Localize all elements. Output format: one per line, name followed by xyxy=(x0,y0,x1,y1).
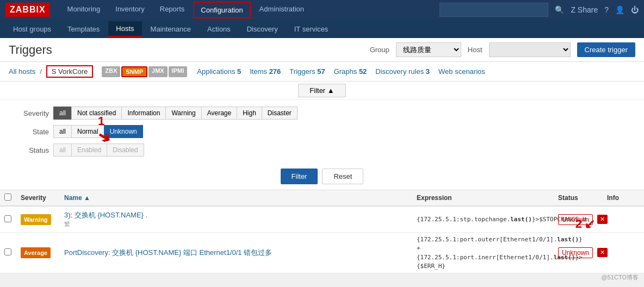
filter-toggle: Filter ▲ xyxy=(0,82,644,100)
badge-jmx[interactable]: JMX xyxy=(148,66,168,77)
filter-section: Filter ▲ Severity all Not classified Inf… xyxy=(0,82,644,190)
top-nav-right: 🔍 Z Share ? 👤 ⏻ xyxy=(439,3,639,17)
severity-warning-btn[interactable]: Warning xyxy=(165,107,201,120)
filter-apply-button[interactable]: Filter xyxy=(281,169,318,184)
status-badge-2: Unknown xyxy=(558,247,593,258)
row1-check[interactable] xyxy=(4,215,11,222)
tab-discovery-rules[interactable]: Discovery rules 3 xyxy=(375,67,430,76)
tab-applications[interactable]: Applications 5 xyxy=(197,67,241,76)
severity-average-btn[interactable]: Average xyxy=(201,107,237,120)
nav-inventory[interactable]: Inventory xyxy=(109,2,151,18)
subnav-maintenance[interactable]: Maintenance xyxy=(143,22,199,36)
filter-body: Severity all Not classified Information … xyxy=(0,100,644,163)
row2-expression: {172.25.5.1:port.outerr[Ethernet1/0/1].l… xyxy=(417,235,558,271)
status-button-group: all Enabled Disabled xyxy=(53,144,144,157)
subnav-host-groups[interactable]: Host groups xyxy=(5,22,59,36)
col-info: Info xyxy=(607,194,640,202)
search-input[interactable] xyxy=(439,3,548,17)
triggers-table: Severity Name ▲ Expression Status Info W… xyxy=(0,190,644,273)
badge-zbx[interactable]: ZBX xyxy=(102,66,120,77)
nav-monitoring[interactable]: Monitoring xyxy=(61,2,107,18)
nav-administration[interactable]: Administration xyxy=(253,2,311,18)
row1-name: 3): 交换机 {HOST.NAME} . 繁 xyxy=(64,210,417,228)
breadcrumb-separator: / xyxy=(40,67,42,76)
host-tab-links: Applications 5 Items 276 Triggers 57 Gra… xyxy=(197,67,485,76)
group-label: Group xyxy=(370,46,389,54)
severity-high-btn[interactable]: High xyxy=(237,107,262,120)
filter-toggle-button[interactable]: Filter ▲ xyxy=(298,84,345,97)
search-icon[interactable]: 🔍 xyxy=(555,5,564,14)
filter-reset-button[interactable]: Reset xyxy=(322,169,363,184)
host-select[interactable] xyxy=(489,42,571,57)
tab-graphs[interactable]: Graphs 52 xyxy=(334,67,367,76)
top-nav-items: Monitoring Inventory Reports Configurati… xyxy=(61,2,440,18)
badge-snmp[interactable]: SNMP xyxy=(121,66,147,77)
power-icon[interactable]: ⏻ xyxy=(631,5,639,14)
severity-button-group: all Not classified Information Warning A… xyxy=(53,107,298,120)
create-trigger-button[interactable]: Create trigger xyxy=(577,42,635,57)
filter-actions: Filter Reset xyxy=(0,163,644,190)
col-severity: Severity xyxy=(21,194,64,202)
filter-severity-row: Severity all Not classified Information … xyxy=(11,107,298,120)
status-all-btn: all xyxy=(53,144,72,157)
trigger-name-1[interactable]: 3): 交换机 {HOST.NAME} . xyxy=(64,210,417,220)
row1-checkbox xyxy=(4,215,21,224)
severity-all-btn[interactable]: all xyxy=(53,107,72,120)
nav-reports[interactable]: Reports xyxy=(153,2,191,18)
page-header: Triggers Group 线路质量 Host Create trigger xyxy=(0,38,644,62)
share-icon[interactable]: Z Share xyxy=(571,5,598,14)
tab-web-scenarios[interactable]: Web scenarios xyxy=(438,67,485,76)
page-title: Triggers xyxy=(9,43,52,57)
col-expression: Expression xyxy=(417,194,558,202)
trigger-desc-1: 繁 xyxy=(64,220,417,228)
state-all-btn[interactable]: all xyxy=(53,125,72,138)
row2-name: PortDiscovery: 交换机 {HOST.NAME} 端口 Ethern… xyxy=(64,248,417,258)
status-disabled-btn: Disabled xyxy=(107,144,144,157)
severity-label: Severity xyxy=(11,109,49,117)
subnav-discovery[interactable]: Discovery xyxy=(239,22,286,36)
col-status: Status xyxy=(558,194,607,202)
state-button-group: all Normal Unknown xyxy=(53,125,143,138)
breadcrumb-host-name[interactable]: S VorkCore xyxy=(46,65,93,78)
table-header: Severity Name ▲ Expression Status Info xyxy=(0,190,644,207)
select-all-checkbox[interactable] xyxy=(4,194,11,201)
row1-severity: Warning xyxy=(21,215,64,223)
subnav-templates[interactable]: Templates xyxy=(60,22,107,36)
nav-configuration[interactable]: Configuration xyxy=(193,2,250,18)
state-unknown-btn[interactable]: Unknown xyxy=(104,125,143,138)
group-select[interactable]: 线路质量 xyxy=(396,42,461,57)
state-normal-btn[interactable]: Normal xyxy=(71,125,104,138)
delete-btn-2[interactable]: ✕ xyxy=(597,248,608,257)
filter-state-row: State all Normal Unknown xyxy=(11,125,143,138)
top-navigation: ZABBIX Monitoring Inventory Reports Conf… xyxy=(0,0,644,20)
row2-checkbox xyxy=(4,248,21,257)
delete-btn-1[interactable]: ✕ xyxy=(597,215,608,224)
app-logo: ZABBIX xyxy=(5,3,50,17)
page-header-right: Group 线路质量 Host Create trigger xyxy=(370,42,635,57)
filter-status-row: Status all Enabled Disabled xyxy=(11,144,144,157)
severity-disaster-btn[interactable]: Disaster xyxy=(262,107,298,120)
severity-badge-average: Average xyxy=(21,247,51,258)
row2-check[interactable] xyxy=(4,248,11,255)
tab-triggers[interactable]: Triggers 57 xyxy=(289,67,325,76)
user-icon[interactable]: 👤 xyxy=(615,5,624,14)
status-enabled-btn: Enabled xyxy=(71,144,107,157)
status-label: Status xyxy=(11,146,49,154)
sub-navigation: Host groups Templates Hosts Maintenance … xyxy=(0,20,644,38)
help-icon[interactable]: ? xyxy=(604,5,609,14)
breadcrumb-all-hosts[interactable]: All hosts xyxy=(9,67,35,76)
severity-not-classified-btn[interactable]: Not classified xyxy=(71,107,122,120)
subnav-hosts[interactable]: Hosts xyxy=(108,21,141,37)
tab-items[interactable]: Items 276 xyxy=(250,67,281,76)
severity-information-btn[interactable]: Information xyxy=(121,107,166,120)
subnav-actions[interactable]: Actions xyxy=(200,22,238,36)
subnav-it-services[interactable]: IT services xyxy=(287,22,336,36)
badge-ipmi[interactable]: IPMI xyxy=(169,66,188,77)
severity-badge-warning: Warning xyxy=(21,214,51,225)
row2-status: Unknown ✕ xyxy=(558,247,607,258)
expression-text-2: {172.25.5.1:port.outerr[Ethernet1/0/1].l… xyxy=(417,236,583,270)
table-row: Warning 3): 交换机 {HOST.NAME} . 繁 {172.25.… xyxy=(0,207,644,233)
col-name[interactable]: Name ▲ xyxy=(64,194,417,202)
trigger-name-2[interactable]: PortDiscovery: 交换机 {HOST.NAME} 端口 Ethern… xyxy=(64,248,417,258)
host-label: Host xyxy=(468,46,482,54)
